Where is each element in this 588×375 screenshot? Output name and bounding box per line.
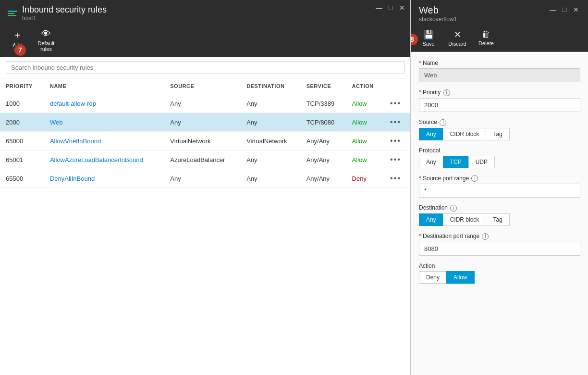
cell-name: Web	[44, 113, 164, 132]
table-row[interactable]: 1000 default-allow-rdp Any Any TCP/3389 …	[0, 94, 410, 113]
cell-source: Any	[164, 94, 241, 113]
action-btn-group-btn-deny[interactable]: Deny	[419, 271, 446, 284]
col-name: NAME	[44, 78, 164, 94]
row-menu-icon[interactable]: •••	[390, 155, 401, 163]
rules-table-container: PRIORITY NAME SOURCE DESTINATION SERVICE…	[0, 78, 410, 361]
action-field-group: Action DenyAllow	[419, 262, 580, 284]
priority-info-icon: i	[443, 89, 450, 96]
cell-menu[interactable]: •••	[384, 94, 410, 113]
dest-port-range-input[interactable]	[419, 242, 580, 256]
cell-source: Any	[164, 113, 241, 132]
search-bar	[0, 57, 410, 78]
right-panel: 8 Web stackoverflow1 — □ ✕ 💾 Save ✕ Disc…	[411, 0, 588, 375]
col-destination: DESTINATION	[241, 78, 301, 94]
cell-action: Deny	[346, 169, 385, 188]
left-panel: — □ ✕ Inbound security rules host1 ＋ Add…	[0, 0, 411, 375]
row-menu-icon[interactable]: •••	[390, 174, 401, 182]
cell-name: AllowVnetInBound	[44, 132, 164, 150]
priority-input[interactable]	[419, 98, 580, 112]
protocol-btn-group: AnyTCPUDP	[419, 156, 580, 168]
default-rules-button[interactable]: 👁 Default rules	[37, 28, 56, 52]
right-close-icon[interactable]: ✕	[572, 6, 580, 13]
destination-btn-group-btn-tag[interactable]: Tag	[486, 213, 509, 226]
cell-action: Allow	[346, 132, 385, 150]
inbound-rules-icon	[8, 11, 17, 16]
name-field-group: * Name	[419, 60, 580, 82]
row-menu-icon[interactable]: •••	[390, 118, 401, 126]
source-btn-group-btn-any[interactable]: Any	[419, 128, 443, 140]
name-field-label: * Name	[419, 60, 580, 66]
dest-port-required-star: *	[419, 233, 423, 239]
cell-menu[interactable]: •••	[384, 169, 410, 188]
table-row[interactable]: 65000 AllowVnetInBound VirtualNetwork Vi…	[0, 132, 410, 150]
destination-info-icon: i	[450, 205, 457, 212]
source-port-range-field-group: * Source port range i	[419, 175, 580, 198]
dest-port-range-field-group: * Destination port range i	[419, 233, 580, 256]
priority-field-label: * Priority i	[419, 89, 580, 96]
protocol-field-group: Protocol AnyTCPUDP	[419, 147, 580, 168]
action-btn-group-btn-allow[interactable]: Allow	[446, 271, 475, 284]
cell-destination: Any	[241, 94, 301, 113]
close-icon[interactable]: ✕	[398, 4, 406, 12]
col-priority: PRIORITY	[0, 78, 44, 94]
row-menu-icon[interactable]: •••	[390, 137, 401, 145]
cell-priority: 65000	[0, 132, 44, 150]
right-toolbar: 💾 Save ✕ Discard 🗑 Delete	[411, 26, 588, 52]
table-row[interactable]: 65500 DenyAllInBound Any Any Any/Any Den…	[0, 169, 410, 188]
left-panel-subtitle: host1	[22, 15, 107, 22]
destination-btn-group-btn-any[interactable]: Any	[419, 213, 443, 226]
destination-field-label: Destination i	[419, 204, 580, 212]
minimize-icon[interactable]: —	[375, 4, 383, 12]
cell-name: DenyAllInBound	[44, 169, 164, 188]
search-input[interactable]	[6, 61, 404, 74]
cell-destination: Any	[241, 169, 301, 188]
name-input[interactable]	[419, 68, 580, 82]
source-btn-group: AnyCIDR blockTag	[419, 128, 580, 140]
destination-btn-group: AnyCIDR blockTag	[419, 213, 580, 226]
cell-source: VirtualNetwork	[164, 132, 241, 150]
source-port-range-label: * Source port range i	[419, 175, 580, 182]
delete-button[interactable]: 🗑 Delete	[477, 29, 496, 46]
plus-icon: ＋	[12, 28, 22, 41]
cell-service: Any/Any	[301, 169, 346, 188]
maximize-icon[interactable]: □	[386, 4, 395, 12]
cell-menu[interactable]: •••	[384, 132, 410, 150]
cell-action: Allow	[346, 94, 385, 113]
cell-priority: 1000	[0, 94, 44, 113]
save-button[interactable]: 💾 Save	[419, 29, 438, 47]
col-menu	[384, 78, 410, 94]
protocol-btn-group-btn-tcp[interactable]: TCP	[443, 156, 468, 168]
source-btn-group-btn-cidr-block[interactable]: CIDR block	[443, 128, 486, 140]
eye-icon: 👁	[41, 28, 51, 39]
right-minimize-icon[interactable]: —	[549, 6, 557, 13]
source-port-range-input[interactable]	[419, 184, 580, 198]
badge-7: 7	[13, 43, 27, 57]
protocol-btn-group-btn-any[interactable]: Any	[419, 156, 443, 168]
cell-service: TCP/3389	[301, 94, 346, 113]
discard-button[interactable]: ✕ Discard	[448, 29, 467, 47]
protocol-btn-group-btn-udp[interactable]: UDP	[468, 156, 495, 168]
cell-priority: 65001	[0, 150, 44, 169]
priority-required-star: *	[419, 89, 423, 96]
row-menu-icon[interactable]: •••	[390, 99, 401, 107]
source-field-group: Source i AnyCIDR blockTag	[419, 119, 580, 140]
col-source: SOURCE	[164, 78, 241, 94]
rules-table: PRIORITY NAME SOURCE DESTINATION SERVICE…	[0, 78, 410, 188]
destination-btn-group-btn-cidr-block[interactable]: CIDR block	[443, 213, 486, 226]
right-maximize-icon[interactable]: □	[560, 6, 569, 13]
right-form: * Name * Priority i Source i AnyCIDR blo…	[411, 52, 588, 291]
table-row[interactable]: 2000 Web Any Any TCP/8080 Allow •••	[0, 113, 410, 132]
cell-menu[interactable]: •••	[384, 113, 410, 132]
cell-name: AllowAzureLoadBalancerInBound	[44, 150, 164, 169]
left-toolbar: ＋ Add 👁 Default rules	[0, 25, 410, 57]
cell-action: Allow	[346, 150, 385, 169]
dest-port-range-label: * Destination port range i	[419, 233, 580, 240]
source-btn-group-btn-tag[interactable]: Tag	[486, 128, 509, 140]
right-window-controls: — □ ✕	[549, 6, 580, 13]
priority-field-group: * Priority i	[419, 89, 580, 112]
cell-source: Any	[164, 169, 241, 188]
name-required-star: *	[419, 60, 423, 66]
discard-label: Discard	[448, 41, 466, 47]
cell-menu[interactable]: •••	[384, 150, 410, 169]
table-row[interactable]: 65001 AllowAzureLoadBalancerInBound Azur…	[0, 150, 410, 169]
